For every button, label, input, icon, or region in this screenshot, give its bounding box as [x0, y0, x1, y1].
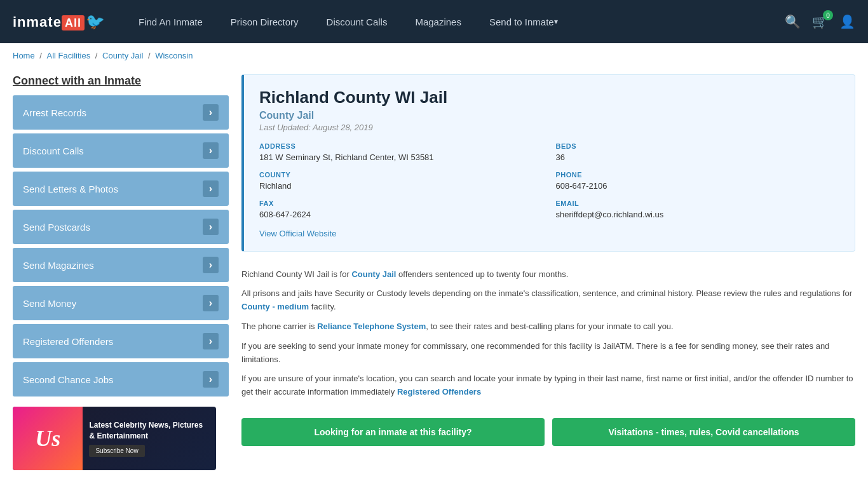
- facility-updated: Last Updated: August 28, 2019: [259, 123, 839, 132]
- sidebar-ad[interactable]: Us Latest Celebrity News, Pictures & Ent…: [13, 407, 216, 470]
- main-container: Connect with an Inmate Arrest Records › …: [0, 68, 868, 483]
- beds-label: BEDS: [556, 142, 840, 150]
- arrow-icon: ›: [203, 142, 219, 159]
- fax-label: FAX: [259, 200, 543, 207]
- user-icon[interactable]: 👤: [839, 14, 855, 29]
- sidebar: Connect with an Inmate Arrest Records › …: [13, 74, 229, 470]
- sidebar-title: Connect with an Inmate: [13, 74, 229, 88]
- beds-block: BEDS 36: [556, 142, 840, 163]
- fax-value: 608-647-2624: [259, 209, 543, 220]
- arrow-icon: ›: [203, 333, 219, 349]
- nav-send-to-inmate[interactable]: Send to Inmate: [475, 0, 572, 43]
- fax-block: FAX 608-647-2624: [259, 200, 543, 220]
- logo-text: inmateAll🐦: [13, 13, 105, 30]
- description-p3: The phone carrier is Reliance Telephone …: [241, 320, 855, 334]
- address-block: ADDRESS 181 W Seminary St, Richland Cent…: [259, 142, 543, 163]
- facility-card: Richland County WI Jail County Jail Last…: [241, 74, 855, 252]
- cart-icon[interactable]: 🛒 0: [812, 14, 828, 29]
- description-p5: If you are unsure of your inmate's locat…: [241, 372, 855, 399]
- cart-badge: 0: [823, 10, 833, 20]
- description-p4: If you are seeking to send your inmate m…: [241, 340, 855, 367]
- facility-name: Richland County WI Jail: [259, 88, 839, 107]
- phone-value: 608-647-2106: [556, 180, 840, 192]
- county-jail-link-1[interactable]: County Jail: [351, 269, 396, 279]
- navbar-links: Find An Inmate Prison Directory Discount…: [125, 0, 785, 43]
- address-label: ADDRESS: [259, 142, 543, 150]
- breadcrumb-state[interactable]: Wisconsin: [155, 51, 193, 60]
- navbar: inmateAll🐦 Find An Inmate Prison Directo…: [0, 0, 868, 43]
- ad-text-area: Latest Celebrity News, Pictures & Entert…: [83, 415, 216, 463]
- ad-image: Us: [13, 407, 83, 470]
- sidebar-btn-send-magazines[interactable]: Send Magazines ›: [13, 248, 229, 282]
- phone-label: PHONE: [556, 171, 840, 179]
- sidebar-btn-send-postcards[interactable]: Send Postcards ›: [13, 210, 229, 244]
- ad-subscribe-button[interactable]: Subscribe Now: [89, 445, 144, 457]
- breadcrumb-county-jail[interactable]: County Jail: [102, 51, 143, 60]
- description-area: Richland County WI Jail is for County Ja…: [241, 263, 855, 410]
- breadcrumb-home[interactable]: Home: [13, 51, 35, 60]
- email-block: EMAIL sheriffdept@co.richland.wi.us: [556, 200, 840, 220]
- official-website-link[interactable]: View Official Website: [259, 229, 336, 238]
- logo[interactable]: inmateAll🐦: [13, 13, 105, 30]
- breadcrumb: Home / All Facilities / County Jail / Wi…: [0, 43, 868, 68]
- nav-prison-directory[interactable]: Prison Directory: [217, 0, 313, 43]
- description-p1: Richland County WI Jail is for County Ja…: [241, 268, 855, 281]
- phone-block: PHONE 608-647-2106: [556, 171, 840, 192]
- arrow-icon: ›: [203, 257, 219, 273]
- breadcrumb-all-facilities[interactable]: All Facilities: [47, 51, 91, 60]
- visitations-button[interactable]: Visitations - times, rules, Covid cancel…: [552, 418, 855, 446]
- facility-details: ADDRESS 181 W Seminary St, Richland Cent…: [259, 142, 839, 221]
- arrow-icon: ›: [203, 371, 219, 388]
- sidebar-btn-second-chance-jobs[interactable]: Second Chance Jobs ›: [13, 362, 229, 396]
- county-medium-link[interactable]: County - medium: [241, 302, 309, 311]
- county-value: Richland: [259, 180, 543, 192]
- arrow-icon: ›: [203, 180, 219, 197]
- nav-discount-calls[interactable]: Discount Calls: [313, 0, 402, 43]
- ad-logo: Us: [35, 425, 60, 452]
- county-label: COUNTY: [259, 171, 543, 179]
- beds-value: 36: [556, 152, 840, 163]
- sidebar-btn-discount-calls[interactable]: Discount Calls ›: [13, 133, 229, 168]
- arrow-icon: ›: [203, 219, 219, 235]
- description-p2: All prisons and jails have Security or C…: [241, 287, 855, 314]
- nav-find-inmate[interactable]: Find An Inmate: [125, 0, 217, 43]
- search-icon[interactable]: 🔍: [785, 14, 801, 29]
- arrow-icon: ›: [203, 295, 219, 311]
- content-area: Richland County WI Jail County Jail Last…: [241, 74, 855, 470]
- ad-headline: Latest Celebrity News, Pictures & Entert…: [89, 420, 210, 442]
- sidebar-btn-registered-offenders[interactable]: Registered Offenders ›: [13, 324, 229, 358]
- registered-offenders-link[interactable]: Registered Offenders: [397, 387, 481, 396]
- navbar-icons: 🔍 🛒 0 👤: [785, 14, 855, 29]
- looking-for-inmate-button[interactable]: Looking for an inmate at this facility?: [241, 418, 545, 446]
- facility-type: County Jail: [259, 110, 839, 121]
- county-block: COUNTY Richland: [259, 171, 543, 192]
- reliance-telephone-link[interactable]: Reliance Telephone System: [317, 322, 426, 331]
- sidebar-btn-arrest-records[interactable]: Arrest Records ›: [13, 95, 229, 130]
- arrow-icon: ›: [203, 104, 219, 121]
- address-value: 181 W Seminary St, Richland Center, WI 5…: [259, 152, 543, 163]
- sidebar-btn-send-money[interactable]: Send Money ›: [13, 286, 229, 320]
- nav-magazines[interactable]: Magazines: [401, 0, 475, 43]
- sidebar-btn-send-letters[interactable]: Send Letters & Photos ›: [13, 172, 229, 206]
- email-label: EMAIL: [556, 200, 840, 207]
- bottom-buttons: Looking for an inmate at this facility? …: [241, 418, 855, 446]
- email-value: sheriffdept@co.richland.wi.us: [556, 209, 840, 220]
